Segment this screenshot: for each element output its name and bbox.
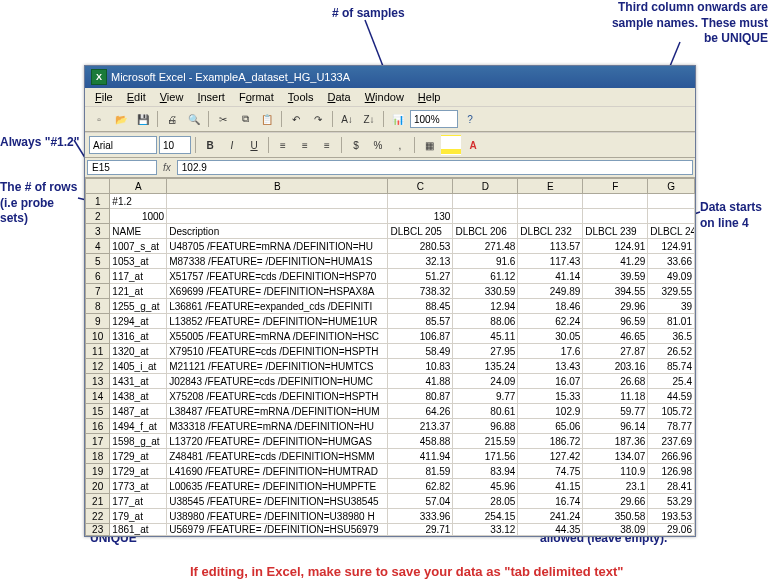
cell[interactable]: 25.4 <box>648 374 695 389</box>
cell[interactable]: 62.82 <box>388 479 453 494</box>
cell[interactable]: 193.53 <box>648 509 695 524</box>
cell[interactable]: DLBCL 239 <box>583 224 648 239</box>
chart-button[interactable]: 📊 <box>388 109 408 129</box>
row-header[interactable]: 21 <box>86 494 110 509</box>
cell[interactable]: #1.2 <box>110 194 167 209</box>
cell[interactable]: M33318 /FEATURE=mRNA /DEFINITION=HU <box>167 419 388 434</box>
font-color-button[interactable]: A <box>463 135 483 155</box>
underline-button[interactable]: U <box>244 135 264 155</box>
cell[interactable]: 96.88 <box>453 419 518 434</box>
open-button[interactable]: 📂 <box>111 109 131 129</box>
cut-button[interactable]: ✂ <box>213 109 233 129</box>
align-left-button[interactable]: ≡ <box>273 135 293 155</box>
grid[interactable]: A B C D E F G 1#1.2210001303NAMEDescript… <box>85 178 695 536</box>
menu-file[interactable]: File <box>89 90 119 104</box>
cell[interactable]: 38.09 <box>583 524 648 536</box>
cell[interactable]: DLBCL 205 <box>388 224 453 239</box>
cell[interactable]: 36.5 <box>648 329 695 344</box>
row-header[interactable]: 22 <box>86 509 110 524</box>
cell[interactable]: 1729_at <box>110 449 167 464</box>
cell[interactable]: 1316_at <box>110 329 167 344</box>
cell[interactable]: 280.53 <box>388 239 453 254</box>
cell[interactable]: X79510 /FEATURE=cds /DEFINITION=HSPTH <box>167 344 388 359</box>
cell[interactable]: 16.07 <box>518 374 583 389</box>
cell[interactable]: 96.59 <box>583 314 648 329</box>
cell[interactable]: 96.14 <box>583 419 648 434</box>
row-header[interactable]: 1 <box>86 194 110 209</box>
cell[interactable]: 127.42 <box>518 449 583 464</box>
cell[interactable]: 33.66 <box>648 254 695 269</box>
print-button[interactable]: 🖨 <box>162 109 182 129</box>
cell[interactable]: 10.83 <box>388 359 453 374</box>
cell[interactable]: 237.69 <box>648 434 695 449</box>
cell[interactable]: 33.12 <box>453 524 518 536</box>
row-header[interactable]: 13 <box>86 374 110 389</box>
cell[interactable]: 241.24 <box>518 509 583 524</box>
row-header[interactable]: 11 <box>86 344 110 359</box>
bold-button[interactable]: B <box>200 135 220 155</box>
cell[interactable]: L00635 /FEATURE= /DEFINITION=HUMPFTE <box>167 479 388 494</box>
cell[interactable]: 110.9 <box>583 464 648 479</box>
cell[interactable]: 41.88 <box>388 374 453 389</box>
cell[interactable]: 32.13 <box>388 254 453 269</box>
cell[interactable]: 85.57 <box>388 314 453 329</box>
row-header[interactable]: 18 <box>86 449 110 464</box>
cell[interactable] <box>648 209 695 224</box>
menu-tools[interactable]: Tools <box>282 90 320 104</box>
cell[interactable]: 249.89 <box>518 284 583 299</box>
cell[interactable] <box>648 194 695 209</box>
row-header[interactable]: 7 <box>86 284 110 299</box>
cell[interactable]: L41690 /FEATURE= /DEFINITION=HUMTRAD <box>167 464 388 479</box>
col-header-C[interactable]: C <box>388 179 453 194</box>
row-header[interactable]: 2 <box>86 209 110 224</box>
cell[interactable]: L13852 /FEATURE= /DEFINITION=HUME1UR <box>167 314 388 329</box>
cell[interactable]: 186.72 <box>518 434 583 449</box>
sort-desc-button[interactable]: Z↓ <box>359 109 379 129</box>
cell[interactable]: 330.59 <box>453 284 518 299</box>
cell[interactable]: NAME <box>110 224 167 239</box>
cell[interactable]: 105.72 <box>648 404 695 419</box>
cell[interactable]: 26.52 <box>648 344 695 359</box>
cell[interactable]: 27.87 <box>583 344 648 359</box>
cell[interactable]: 58.49 <box>388 344 453 359</box>
sort-asc-button[interactable]: A↓ <box>337 109 357 129</box>
cell[interactable]: 80.87 <box>388 389 453 404</box>
font-size-box[interactable]: 10 <box>159 136 191 154</box>
row-header[interactable]: 6 <box>86 269 110 284</box>
col-header-G[interactable]: G <box>648 179 695 194</box>
cell[interactable]: 254.15 <box>453 509 518 524</box>
cell[interactable]: 1007_s_at <box>110 239 167 254</box>
cell[interactable]: 213.37 <box>388 419 453 434</box>
help-button[interactable]: ? <box>460 109 480 129</box>
cell[interactable]: 12.94 <box>453 299 518 314</box>
row-header[interactable]: 5 <box>86 254 110 269</box>
cell[interactable]: 411.94 <box>388 449 453 464</box>
cell[interactable]: DLBCL 232 <box>518 224 583 239</box>
row-header[interactable]: 10 <box>86 329 110 344</box>
menu-window[interactable]: Window <box>359 90 410 104</box>
cell[interactable] <box>583 209 648 224</box>
row-header[interactable]: 14 <box>86 389 110 404</box>
row-header[interactable]: 17 <box>86 434 110 449</box>
undo-button[interactable]: ↶ <box>286 109 306 129</box>
menu-format[interactable]: Format <box>233 90 280 104</box>
fill-color-button[interactable] <box>441 135 461 155</box>
cell[interactable]: 1405_i_at <box>110 359 167 374</box>
cell[interactable]: 26.68 <box>583 374 648 389</box>
cell[interactable]: 1255_g_at <box>110 299 167 314</box>
percent-button[interactable]: % <box>368 135 388 155</box>
italic-button[interactable]: I <box>222 135 242 155</box>
cell[interactable]: 57.04 <box>388 494 453 509</box>
formula-input[interactable]: 102.9 <box>177 160 693 175</box>
cell[interactable]: 29.96 <box>583 299 648 314</box>
cell[interactable]: 51.27 <box>388 269 453 284</box>
cell[interactable] <box>453 209 518 224</box>
cell[interactable]: 113.57 <box>518 239 583 254</box>
cell[interactable]: 738.32 <box>388 284 453 299</box>
cell[interactable]: 187.36 <box>583 434 648 449</box>
row-header[interactable]: 20 <box>86 479 110 494</box>
row-header[interactable]: 19 <box>86 464 110 479</box>
cell[interactable]: 64.26 <box>388 404 453 419</box>
cell[interactable]: 41.14 <box>518 269 583 284</box>
row-header[interactable]: 12 <box>86 359 110 374</box>
